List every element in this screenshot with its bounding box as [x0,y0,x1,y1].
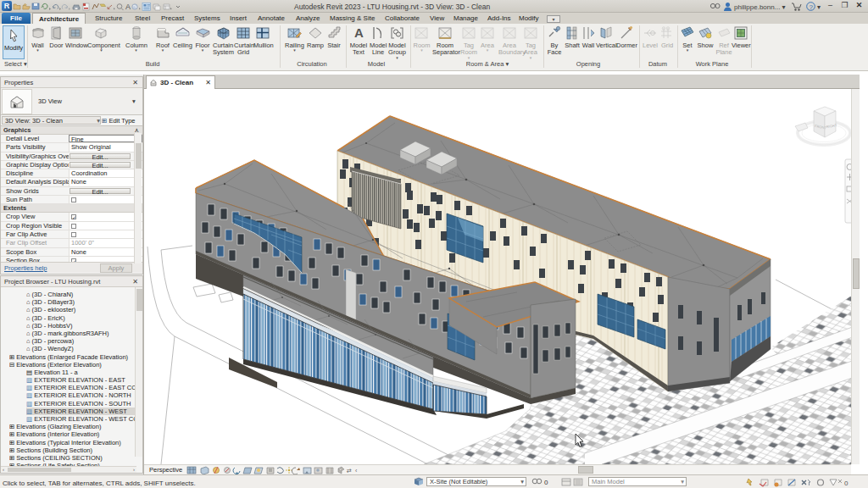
svg-text:A: A [125,3,131,11]
svg-text:‹: ‹ [355,468,358,474]
svg-text:A: A [354,25,364,40]
svg-text:0: 0 [844,480,849,487]
svg-text:⇄: ⇄ [347,468,352,474]
svg-text:0: 0 [544,479,548,486]
svg-text:?: ? [809,3,813,11]
